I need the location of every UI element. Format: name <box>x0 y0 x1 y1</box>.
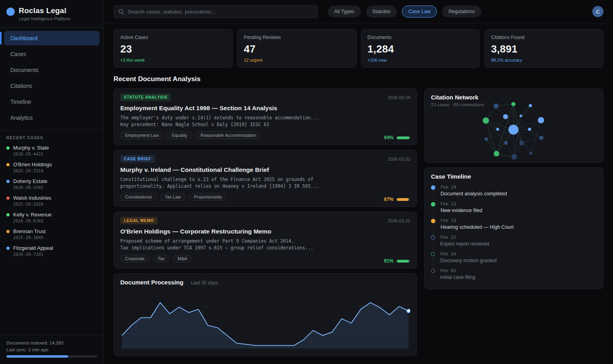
sidebar-item-dashboard[interactable]: Dashboard <box>4 31 100 45</box>
confidence-bar <box>397 136 410 139</box>
processing-area-chart <box>120 288 410 352</box>
search-input[interactable] <box>127 9 313 15</box>
timeline-label: Discovery motion granted <box>440 258 497 263</box>
recent-case-item[interactable]: Murphy v. State 2026-IR-4421 <box>6 145 97 156</box>
timeline-dot <box>431 219 435 223</box>
doc-tags: CorporateTaxM&A <box>120 255 410 263</box>
network-node <box>520 115 523 117</box>
search-box[interactable] <box>114 5 318 18</box>
doc-tag[interactable]: Employment Law <box>120 131 163 139</box>
filter-button-statutes[interactable]: Statutes <box>366 6 397 18</box>
filter-button-case-law[interactable]: Case Law <box>402 6 437 18</box>
case-status-dot <box>6 230 10 233</box>
sidebar-item-citations[interactable]: Citations <box>4 79 100 93</box>
network-node <box>528 128 531 131</box>
confidence-bar-fill <box>397 198 409 201</box>
filter-button-all-types[interactable]: All Types <box>328 6 361 18</box>
recent-cases-section: RECENT CASES Murphy v. State 2026-IR-442… <box>0 130 104 262</box>
case-id: 2026-IR-7201 <box>13 252 53 257</box>
case-id: 2026-IR-6103 <box>13 218 52 223</box>
doc-tag[interactable]: Constitutional <box>120 193 157 201</box>
citation-network-title: Citation Network <box>431 94 597 101</box>
timeline-date: Feb 19 <box>441 218 513 223</box>
stat-value: 23 <box>120 43 226 55</box>
chart-subtitle: Last 30 days <box>191 280 218 286</box>
recent-case-item[interactable]: Brennan Trust 2025-IR-3845 <box>6 228 97 240</box>
sidebar-item-cases[interactable]: Cases <box>4 47 100 61</box>
case-name: Fitzgerald Appeal <box>13 245 53 251</box>
confidence-value: 91% <box>384 258 394 264</box>
filter-group: All TypesStatutesCase LawRegulations <box>328 6 481 18</box>
sidebar-item-analytics[interactable]: Analytics <box>4 111 100 125</box>
doc-tags: Employment LawEqualityReasonable Accommo… <box>120 131 410 139</box>
app-root: Roclas Legal Legal Intelligence Platform… <box>0 0 613 364</box>
doc-summary: The employer's duty under s.14(1) extend… <box>120 115 410 128</box>
timeline-list: Feb 24 Document analysis completed Feb 2… <box>431 185 597 280</box>
case-id: 2025-IR-3318 <box>13 168 52 173</box>
doc-type-badge: STATUTE ANALYSIS <box>120 93 171 101</box>
doc-type-badge: LEGAL MEMO <box>120 217 158 224</box>
citation-network-panel: Citation Network 23 cases · 89 connectio… <box>424 88 603 163</box>
recent-case-item[interactable]: Fitzgerald Appeal 2026-IR-7201 <box>6 245 97 257</box>
timeline-event: Feb 15 Expert report received <box>431 235 597 247</box>
doc-title: O'Brien Holdings — Corporate Restructuri… <box>120 228 410 235</box>
analysis-card[interactable]: CASE BRIEF 2026-02-23 Murphy v. Ireland … <box>114 150 417 207</box>
recent-case-item[interactable]: Walsh Industries 2025-IR-2910 <box>6 195 97 206</box>
timeline-label: Hearing scheduled — High Court <box>441 224 513 230</box>
stat-label: Pending Reviews <box>244 35 349 40</box>
case-id: 2026-IR-4421 <box>13 152 49 156</box>
timeline-dot <box>431 269 435 273</box>
recent-case-item[interactable]: Kelly v. Revenue 2026-IR-6103 <box>6 212 97 223</box>
analysis-column: STATUTE ANALYSIS 2026-02-24 Employment E… <box>114 88 417 356</box>
nav-item-label: Analytics <box>10 115 33 121</box>
doc-title: Employment Equality Act 1998 — Section 1… <box>120 105 410 112</box>
nav-item-label: Dashboard <box>10 35 38 41</box>
analysis-card[interactable]: STATUTE ANALYSIS 2026-02-24 Employment E… <box>114 88 417 145</box>
case-name: Walsh Industries <box>13 195 51 201</box>
sidebar-item-timeline[interactable]: Timeline <box>4 95 100 109</box>
case-status-dot <box>6 247 10 250</box>
stat-card: Active Cases 23 +3 this week <box>114 29 233 68</box>
sync-progress-bar <box>6 355 97 358</box>
chart-last-point-marker <box>407 309 410 313</box>
confidence-value: 94% <box>384 135 394 140</box>
stat-card: Citations Found 3,891 98.2% accuracy <box>484 29 603 68</box>
stat-value: 3,891 <box>491 43 597 55</box>
stat-value: 1,284 <box>368 43 473 55</box>
doc-tag[interactable]: Tax <box>153 255 169 263</box>
page-section-title: Recent Document Analysis <box>114 75 603 83</box>
stats-row: Active Cases 23 +3 this week Pending Rev… <box>114 29 603 68</box>
stat-delta: 98.2% accuracy <box>491 58 597 62</box>
stat-label: Documents <box>368 35 473 40</box>
nav-item-label: Citations <box>10 83 32 89</box>
stat-label: Active Cases <box>120 35 226 40</box>
sidebar-nav: Dashboard Cases Documents Citations Time… <box>0 27 104 130</box>
app-tagline: Legal Intelligence Platform <box>19 16 71 21</box>
timeline-dot <box>431 185 435 190</box>
timeline-event: Feb 24 Document analysis completed <box>431 185 597 197</box>
recent-cases-heading: RECENT CASES <box>6 136 97 140</box>
doc-tag[interactable]: M&A <box>173 255 192 263</box>
doc-tag[interactable]: Equality <box>167 131 192 139</box>
stat-value: 47 <box>244 43 349 55</box>
user-avatar[interactable]: C <box>592 6 603 17</box>
sidebar-item-documents[interactable]: Documents <box>4 63 100 77</box>
recent-case-item[interactable]: Doherty Estate 2026-IR-5502 <box>6 178 97 190</box>
filter-button-regulations[interactable]: Regulations <box>442 6 481 18</box>
network-node <box>538 117 544 123</box>
analysis-card[interactable]: LEGAL MEMO 2026-02-22 O'Brien Holdings —… <box>114 212 417 269</box>
doc-tag[interactable]: Proportionality <box>189 193 227 201</box>
confidence-bar <box>397 198 410 201</box>
timeline-date: Feb 15 <box>440 235 489 240</box>
doc-tag[interactable]: Corporate <box>120 255 149 263</box>
active-nav-accent <box>0 32 2 45</box>
doc-tag[interactable]: Tax Law <box>160 193 186 201</box>
nav-item-label: Timeline <box>10 99 31 105</box>
case-status-dot <box>6 213 10 216</box>
network-node <box>504 141 508 145</box>
doc-tag[interactable]: Reasonable Accommodation <box>196 131 261 139</box>
doc-type-badge: CASE BRIEF <box>120 155 155 163</box>
recent-case-item[interactable]: O'Brien Holdings 2025-IR-3318 <box>6 162 97 173</box>
case-id: 2026-IR-5502 <box>13 185 47 190</box>
network-node <box>519 141 524 146</box>
